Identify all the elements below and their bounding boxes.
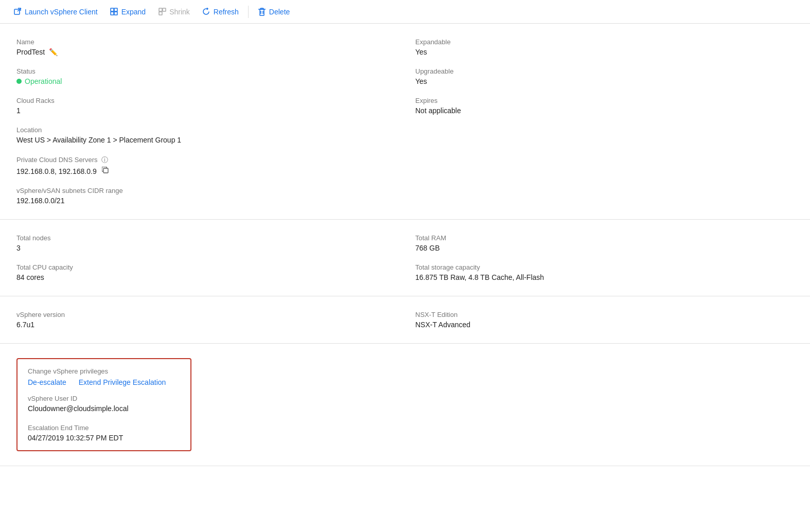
refresh-label: Refresh bbox=[214, 8, 239, 16]
vsphere-version-label: vSphere version bbox=[16, 311, 384, 318]
cidr-field: vSphere/vSAN subnets CIDR range 192.168.… bbox=[16, 187, 384, 205]
svg-rect-3 bbox=[114, 8, 117, 11]
status-field: Status Operational bbox=[16, 67, 384, 85]
delete-label: Delete bbox=[269, 8, 290, 16]
privilege-box: Change vSphere privileges De-escalate Ex… bbox=[16, 358, 191, 451]
shrink-button[interactable]: Shrink bbox=[153, 5, 195, 19]
upgradeable-field: Upgradeable Yes bbox=[415, 67, 794, 85]
total-ram-field: Total RAM 768 GB bbox=[415, 234, 794, 252]
location-label: Location bbox=[16, 126, 384, 134]
upgradeable-label: Upgradeable bbox=[415, 67, 794, 75]
cidr-value: 192.168.0.0/21 bbox=[16, 197, 384, 205]
capacity-left: Total nodes 3 Total CPU capacity 84 core… bbox=[16, 234, 405, 281]
total-ram-value: 768 GB bbox=[415, 244, 794, 252]
expand-icon bbox=[110, 8, 118, 16]
toolbar-divider bbox=[248, 6, 249, 18]
expandable-label: Expandable bbox=[415, 38, 794, 46]
privilege-links: De-escalate Extend Privilege Escalation bbox=[28, 378, 180, 386]
status-label: Status bbox=[16, 67, 384, 75]
svg-rect-2 bbox=[111, 8, 114, 11]
capacity-right: Total RAM 768 GB Total storage capacity … bbox=[405, 234, 794, 281]
total-ram-label: Total RAM bbox=[415, 234, 794, 242]
cloud-racks-field: Cloud Racks 1 bbox=[16, 97, 384, 115]
expires-value: Not applicable bbox=[415, 107, 794, 115]
expires-label: Expires bbox=[415, 97, 794, 104]
expand-label: Expand bbox=[121, 8, 146, 16]
privileges-section: Change vSphere privileges De-escalate Ex… bbox=[0, 344, 810, 466]
nsx-edition-label: NSX-T Edition bbox=[415, 311, 794, 318]
svg-rect-4 bbox=[111, 12, 114, 15]
refresh-icon bbox=[202, 8, 210, 16]
launch-vsphere-button[interactable]: Launch vSphere Client bbox=[8, 5, 103, 19]
extend-link[interactable]: Extend Privilege Escalation bbox=[79, 378, 166, 386]
name-field: Name ProdTest ✏️ bbox=[16, 38, 384, 56]
upgradeable-value: Yes bbox=[415, 77, 794, 85]
content-area: Name ProdTest ✏️ Status Operational Clou… bbox=[0, 24, 810, 466]
copy-dns-icon[interactable] bbox=[102, 167, 109, 175]
total-storage-field: Total storage capacity 16.875 TB Raw, 4.… bbox=[415, 263, 794, 281]
toolbar: Launch vSphere Client Expand Shrink bbox=[0, 0, 810, 24]
status-dot bbox=[16, 79, 22, 84]
name-row: ProdTest ✏️ bbox=[16, 48, 384, 56]
total-nodes-label: Total nodes bbox=[16, 234, 384, 242]
delete-button[interactable]: Delete bbox=[253, 5, 295, 19]
change-privileges-label: Change vSphere privileges bbox=[28, 367, 180, 375]
total-cpu-label: Total CPU capacity bbox=[16, 263, 384, 271]
escalation-end-time-label: Escalation End Time bbox=[28, 424, 180, 432]
delete-icon bbox=[258, 8, 266, 16]
total-cpu-value: 84 cores bbox=[16, 273, 384, 281]
launch-icon bbox=[13, 8, 22, 16]
cloud-racks-value: 1 bbox=[16, 107, 384, 115]
dns-row: 192.168.0.8, 192.168.0.9 bbox=[16, 167, 384, 175]
overview-right: Expandable Yes Upgradeable Yes Expires N… bbox=[405, 38, 794, 205]
dns-field: Private Cloud DNS Servers ⓘ 192.168.0.8,… bbox=[16, 155, 384, 175]
software-right: NSX-T Edition NSX-T Advanced bbox=[405, 311, 794, 329]
vsphere-version-value: 6.7u1 bbox=[16, 321, 384, 329]
dns-label: Private Cloud DNS Servers ⓘ bbox=[16, 155, 384, 165]
svg-rect-6 bbox=[159, 8, 162, 11]
vsphere-user-id-value: Cloudowner@cloudsimple.local bbox=[28, 404, 180, 413]
total-storage-value: 16.875 TB Raw, 4.8 TB Cache, All-Flash bbox=[415, 273, 794, 281]
status-row: Operational bbox=[16, 77, 384, 85]
status-value: Operational bbox=[25, 77, 62, 85]
svg-rect-9 bbox=[260, 9, 264, 15]
total-nodes-value: 3 bbox=[16, 244, 384, 252]
software-left: vSphere version 6.7u1 bbox=[16, 311, 405, 329]
dns-info-icon[interactable]: ⓘ bbox=[101, 156, 108, 164]
software-section: vSphere version 6.7u1 NSX-T Edition NSX-… bbox=[0, 296, 810, 344]
svg-rect-7 bbox=[163, 8, 166, 11]
location-value: West US > Availability Zone 1 > Placemen… bbox=[16, 136, 384, 144]
escalation-end-time-value: 04/27/2019 10:32:57 PM EDT bbox=[28, 434, 180, 442]
total-cpu-field: Total CPU capacity 84 cores bbox=[16, 263, 384, 281]
svg-rect-5 bbox=[114, 12, 117, 15]
total-nodes-field: Total nodes 3 bbox=[16, 234, 384, 252]
vsphere-version-field: vSphere version 6.7u1 bbox=[16, 311, 384, 329]
svg-rect-8 bbox=[159, 12, 162, 15]
nsx-edition-value: NSX-T Advanced bbox=[415, 321, 794, 329]
capacity-section: Total nodes 3 Total CPU capacity 84 core… bbox=[0, 220, 810, 296]
name-value: ProdTest bbox=[16, 48, 45, 56]
expires-field: Expires Not applicable bbox=[415, 97, 794, 115]
launch-label: Launch vSphere Client bbox=[25, 8, 98, 16]
shrink-icon bbox=[158, 8, 166, 16]
escalation-end-time-field: Escalation End Time 04/27/2019 10:32:57 … bbox=[28, 424, 180, 442]
shrink-label: Shrink bbox=[169, 8, 190, 16]
expandable-field: Expandable Yes bbox=[415, 38, 794, 56]
location-field: Location West US > Availability Zone 1 >… bbox=[16, 126, 384, 144]
overview-left: Name ProdTest ✏️ Status Operational Clou… bbox=[16, 38, 405, 205]
expand-button[interactable]: Expand bbox=[105, 5, 151, 19]
total-storage-label: Total storage capacity bbox=[415, 263, 794, 271]
vsphere-user-id-label: vSphere User ID bbox=[28, 395, 180, 402]
cloud-racks-label: Cloud Racks bbox=[16, 97, 384, 104]
refresh-button[interactable]: Refresh bbox=[197, 5, 244, 19]
overview-section: Name ProdTest ✏️ Status Operational Clou… bbox=[0, 24, 810, 220]
name-label: Name bbox=[16, 38, 384, 46]
edit-name-icon[interactable]: ✏️ bbox=[49, 48, 58, 56]
vsphere-user-id-field: vSphere User ID Cloudowner@cloudsimple.l… bbox=[28, 395, 180, 413]
dns-value: 192.168.0.8, 192.168.0.9 bbox=[16, 167, 97, 175]
nsx-edition-field: NSX-T Edition NSX-T Advanced bbox=[415, 311, 794, 329]
cidr-label: vSphere/vSAN subnets CIDR range bbox=[16, 187, 384, 194]
svg-rect-12 bbox=[103, 168, 108, 173]
deescalate-link[interactable]: De-escalate bbox=[28, 378, 66, 386]
expandable-value: Yes bbox=[415, 48, 794, 56]
